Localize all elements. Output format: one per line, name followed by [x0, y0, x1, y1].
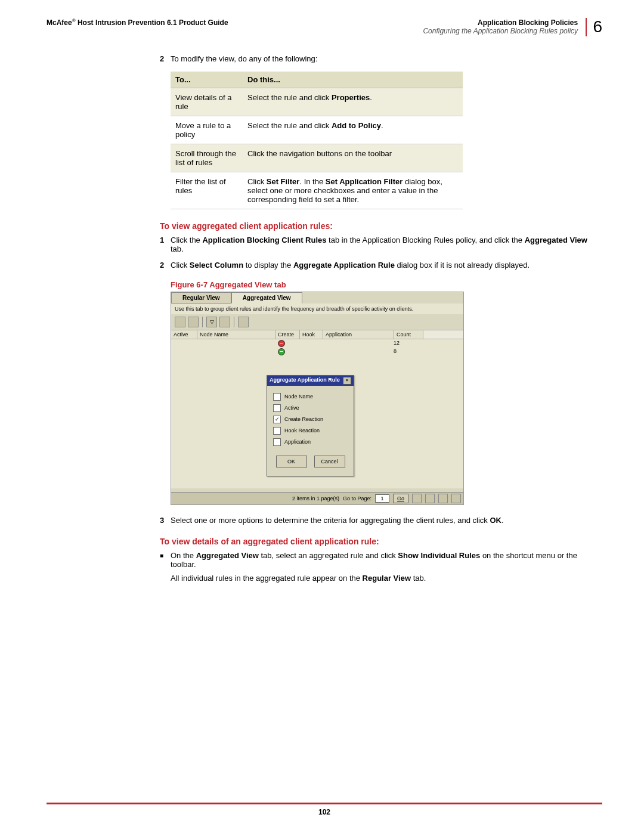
toolbar-button[interactable]	[175, 317, 185, 327]
step-3: 3 Select one or more options to determin…	[160, 516, 596, 525]
table-header-dothis: Do this...	[243, 72, 463, 88]
guide-title: Host Intrusion Prevention 6.1 Product Gu…	[76, 18, 228, 27]
checkbox-application[interactable]	[273, 438, 281, 446]
close-icon[interactable]: ×	[343, 377, 351, 385]
header-right: Application Blocking Policies Configurin…	[423, 18, 602, 36]
count-value: 12	[391, 339, 420, 348]
checkbox-label: Create Reaction	[284, 416, 323, 422]
paragraph: All individual rules in the aggregated r…	[160, 574, 596, 583]
header-left: McAfee® Host Intrusion Prevention 6.1 Pr…	[47, 18, 228, 27]
tab-regular-view[interactable]: Regular View	[171, 292, 231, 304]
intro-step: 2 To modify the view, do any of the foll…	[160, 54, 596, 63]
first-page-icon[interactable]	[412, 494, 422, 503]
cancel-button[interactable]: Cancel	[314, 456, 345, 467]
ok-button[interactable]: OK	[276, 456, 307, 467]
cell-to: View details of a rule	[171, 88, 243, 116]
topic-title: Application Blocking Policies	[478, 18, 578, 27]
page-input[interactable]: 1	[375, 494, 389, 503]
step-number: 2	[160, 261, 171, 270]
col-hook: Hook	[300, 330, 323, 339]
items-count: 2 items in 1 page(s)	[292, 496, 339, 501]
count-value: 8	[391, 348, 420, 356]
page-header: McAfee® Host Intrusion Prevention 6.1 Pr…	[47, 18, 602, 36]
checkbox-create-reaction[interactable]: ✓	[273, 416, 281, 423]
brand: McAfee	[47, 18, 72, 27]
step-1: 1 Click the Application Blocking Client …	[160, 236, 596, 253]
grid-body: 12 8 Aggregate Application Rule × Node N…	[171, 339, 463, 488]
grid-row[interactable]: 8	[171, 348, 463, 356]
table-header-to: To...	[171, 72, 243, 88]
step-number: 1	[160, 236, 171, 253]
action-table: To... Do this... View details of a rule …	[171, 72, 463, 209]
col-active: Active	[171, 330, 197, 339]
step-number: 3	[160, 516, 171, 525]
step-number: 2	[160, 54, 171, 63]
cell-to: Scroll through the list of rules	[171, 144, 243, 172]
checkbox-label: Node Name	[284, 394, 313, 400]
col-app: Application	[323, 330, 394, 339]
tab-instruction: Use this tab to group client rules and i…	[171, 304, 463, 314]
status-bar: 2 items in 1 page(s) Go to Page: 1 Go	[171, 492, 463, 504]
checkbox-node-name[interactable]	[273, 393, 281, 401]
prev-page-icon[interactable]	[425, 494, 435, 503]
bullet-icon: ■	[160, 551, 171, 569]
bullet-text: On the Aggregated View tab, select an ag…	[171, 551, 596, 569]
checkbox-active[interactable]	[273, 404, 281, 412]
col-node: Node Name	[197, 330, 275, 339]
step-text: Click Select Column to display the Aggre…	[171, 261, 596, 270]
aggregated-view-screenshot: Regular View Aggregated View Use this ta…	[171, 292, 464, 505]
cell-do: Select the rule and click Add to Policy.	[243, 116, 463, 144]
last-page-icon[interactable]	[451, 494, 461, 503]
step-2: 2 Click Select Column to display the Agg…	[160, 261, 596, 270]
col-count: Count	[394, 330, 423, 339]
filter-icon[interactable]: ▽	[206, 317, 217, 327]
bullet-item: ■ On the Aggregated View tab, select an …	[160, 551, 596, 569]
deny-icon	[278, 340, 285, 347]
table-row: Scroll through the list of rules Click t…	[171, 144, 463, 172]
section-heading: To view aggregated client application ru…	[160, 221, 596, 231]
toolbar-button[interactable]	[188, 317, 199, 327]
tabs-row: Regular View Aggregated View	[171, 292, 463, 304]
checkbox-hook-reaction[interactable]	[273, 427, 281, 435]
checkbox-label: Application	[284, 439, 311, 445]
cell-do: Click the navigation buttons on the tool…	[243, 144, 463, 172]
cell-to: Filter the list of rules	[171, 172, 243, 209]
page-number: 102	[47, 808, 602, 816]
chapter-number: 6	[586, 18, 602, 36]
tab-aggregated-view[interactable]: Aggregated View	[231, 292, 302, 304]
next-page-icon[interactable]	[438, 494, 448, 503]
toolbar-button[interactable]	[238, 317, 249, 327]
paragraph-text: All individual rules in the aggregated r…	[171, 574, 596, 583]
page-footer: 102	[47, 803, 602, 816]
table-row: Move a rule to a policy Select the rule …	[171, 116, 463, 144]
dialog-title-text: Aggregate Application Rule	[270, 377, 340, 385]
goto-label: Go to Page:	[343, 496, 371, 501]
col-create: Create	[275, 330, 300, 339]
section-heading: To view details of an aggregated client …	[160, 537, 596, 546]
topic-subtitle: Configuring the Application Blocking Rul…	[423, 27, 578, 35]
step-text: Click the Application Blocking Client Ru…	[171, 236, 596, 253]
dialog-titlebar: Aggregate Application Rule ×	[267, 376, 354, 386]
cell-to: Move a rule to a policy	[171, 116, 243, 144]
footer-rule	[47, 803, 602, 804]
cell-do: Click Set Filter. In the Set Application…	[243, 172, 463, 209]
grid-row[interactable]: 12	[171, 339, 463, 348]
step-text: Select one or more options to determine …	[171, 516, 596, 525]
table-row: Filter the list of rules Click Set Filte…	[171, 172, 463, 209]
checkbox-label: Active	[284, 405, 299, 411]
go-button[interactable]: Go	[393, 494, 408, 503]
cell-do: Select the rule and click Properties.	[243, 88, 463, 116]
aggregate-rule-dialog: Aggregate Application Rule × Node Name A…	[267, 375, 354, 476]
figure-caption: Figure 6-7 Aggregated View tab	[171, 280, 596, 289]
toolbar-button[interactable]	[219, 317, 230, 327]
checkbox-label: Hook Reaction	[284, 428, 320, 433]
toolbar: ▽	[171, 314, 463, 330]
grid-header: Active Node Name Create Hook Application…	[171, 330, 463, 339]
table-row: View details of a rule Select the rule a…	[171, 88, 463, 116]
step-text: To modify the view, do any of the follow…	[171, 54, 596, 63]
allow-icon	[278, 348, 285, 355]
